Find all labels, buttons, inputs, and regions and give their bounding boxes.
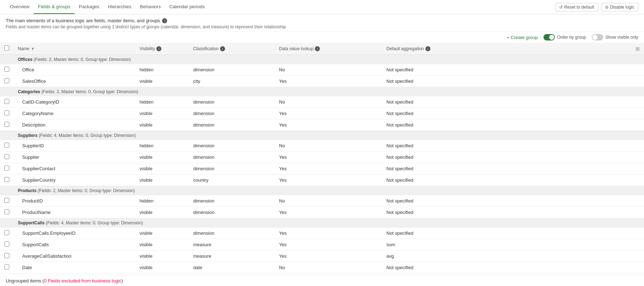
- row-checkbox[interactable]: [4, 198, 9, 203]
- row-classification-cell: dimension: [189, 140, 275, 152]
- group-label-cell: Products (Fields: 2, Master items: 0, Gr…: [14, 186, 644, 196]
- row-checkbox-cell: [0, 207, 14, 218]
- row-name-cell: ProductName: [14, 207, 135, 218]
- row-aggregation-cell: Not specified: [382, 108, 644, 119]
- row-lookup-cell: Yes: [275, 207, 382, 218]
- nav-tab-calendar-periods[interactable]: Calendar periods: [165, 0, 209, 14]
- nav-tab-hierarchies[interactable]: Hierarchies: [104, 0, 136, 14]
- row-aggregation-cell: avg: [382, 251, 644, 262]
- group-label-cell: Categories (Fields: 3, Master items: 0, …: [14, 87, 644, 97]
- row-classification-cell: city: [189, 76, 275, 87]
- row-classification-cell: dimension: [189, 228, 275, 239]
- table-row: ProductName visible dimension Yes Not sp…: [0, 207, 644, 218]
- group-name: SupportCalls: [18, 220, 45, 225]
- row-checkbox[interactable]: [4, 209, 9, 214]
- group-cb-cell: [0, 87, 14, 97]
- table-row: Description visible dimension Yes Not sp…: [0, 119, 644, 131]
- row-name-cell: AverageCallSatisfaction: [14, 251, 135, 262]
- row-visibility-cell: visible: [135, 175, 189, 186]
- disable-logic-button[interactable]: ⊘ Disable logic: [601, 3, 638, 11]
- group-row-categories: Categories (Fields: 3, Master items: 0, …: [0, 87, 644, 97]
- row-visibility-cell: hidden: [135, 140, 189, 152]
- row-checkbox[interactable]: [4, 110, 9, 115]
- row-visibility-cell: visible: [135, 108, 189, 119]
- ungrouped-label: Ungrouped items (: [6, 278, 44, 283]
- header-lookup-label: Data value lookup: [279, 46, 313, 51]
- row-visibility-cell: visible: [135, 251, 189, 262]
- row-checkbox-cell: [0, 152, 14, 163]
- row-aggregation-cell: sum: [382, 239, 644, 251]
- row-checkbox-cell: [0, 76, 14, 87]
- row-aggregation-cell: Not specified: [382, 207, 644, 218]
- row-aggregation-cell: Not specified: [382, 175, 644, 186]
- row-lookup-cell: No: [275, 96, 382, 108]
- row-checkbox-cell: [0, 108, 14, 119]
- row-lookup-cell: No: [275, 140, 382, 152]
- row-lookup-cell: Yes: [275, 152, 382, 163]
- show-visible-only-toggle[interactable]: [592, 34, 603, 40]
- grid-view-icon[interactable]: ⊞: [635, 46, 640, 52]
- nav-tab-fields-groups[interactable]: Fields & groups: [34, 0, 74, 14]
- row-checkbox[interactable]: [4, 253, 9, 258]
- row-checkbox-cell: [0, 163, 14, 175]
- visibility-info-icon[interactable]: i: [156, 46, 161, 51]
- nav-tab-overview[interactable]: Overview: [6, 0, 34, 14]
- header-classification: Classification i: [189, 43, 275, 55]
- table-row: SupportCalls visible measure Yes sum: [0, 239, 644, 251]
- table-row: SupplierContact visible dimension Yes No…: [0, 163, 644, 175]
- select-all-checkbox[interactable]: [4, 46, 9, 51]
- nav-tab-packages[interactable]: Packages: [75, 0, 104, 14]
- row-classification-cell: dimension: [189, 64, 275, 76]
- row-checkbox-cell: [0, 96, 14, 108]
- row-classification-cell: dimension: [189, 119, 275, 131]
- table-row: ProductID hidden dimension No Not specif…: [0, 195, 644, 207]
- row-checkbox-cell: [0, 251, 14, 262]
- create-group-button[interactable]: + Create group: [507, 35, 538, 40]
- row-lookup-cell: Yes: [275, 108, 382, 119]
- row-name-cell: SupportCalls: [14, 239, 135, 251]
- row-checkbox-cell: [0, 140, 14, 152]
- row-checkbox[interactable]: [4, 122, 9, 127]
- row-visibility-cell: hidden: [135, 64, 189, 76]
- header-checkbox-cell: [0, 43, 14, 55]
- show-visible-only-label: Show visible only: [605, 35, 638, 40]
- row-lookup-cell: Yes: [275, 251, 382, 262]
- row-classification-cell: dimension: [189, 96, 275, 108]
- order-by-group-toggle[interactable]: [543, 34, 555, 40]
- show-visible-only-toggle-group: Show visible only: [592, 34, 638, 40]
- row-checkbox[interactable]: [4, 67, 9, 72]
- order-by-group-toggle-group: Order by group: [543, 34, 586, 40]
- group-meta: (Fields: 2, Master items: 0, Group type:…: [38, 188, 135, 193]
- group-row-supportcalls: SupportCalls (Fields: 4, Master items: 0…: [0, 218, 644, 228]
- group-name: Offices: [18, 57, 33, 62]
- row-checkbox[interactable]: [4, 99, 9, 104]
- row-name-cell: SupplierCountry: [14, 175, 135, 186]
- row-checkbox[interactable]: [4, 154, 9, 159]
- group-cb-cell: [0, 131, 14, 140]
- classification-info-icon[interactable]: i: [220, 46, 225, 51]
- row-visibility-cell: visible: [135, 239, 189, 251]
- reset-icon: ↺: [559, 5, 563, 10]
- row-checkbox[interactable]: [4, 177, 9, 182]
- header-classification-label: Classification: [193, 46, 219, 51]
- row-checkbox[interactable]: [4, 166, 9, 171]
- row-name-cell: Office: [14, 64, 135, 76]
- row-name-cell: ProductID: [14, 195, 135, 207]
- row-lookup-cell: Yes: [275, 175, 382, 186]
- row-aggregation-cell: Not specified: [382, 163, 644, 175]
- lookup-info-icon[interactable]: i: [315, 46, 320, 51]
- main-info-icon[interactable]: i: [162, 18, 167, 23]
- reset-to-default-button[interactable]: ↺ Reset to default: [555, 3, 598, 11]
- nav-tabs-left: OverviewFields & groupsPackagesHierarchi…: [6, 0, 209, 14]
- row-checkbox[interactable]: [4, 264, 9, 270]
- row-checkbox[interactable]: [4, 143, 9, 148]
- aggregation-info-icon[interactable]: i: [425, 46, 430, 51]
- row-lookup-cell: Yes: [275, 239, 382, 251]
- filter-icon[interactable]: ▼: [31, 47, 35, 51]
- nav-tab-behaviors[interactable]: Behaviors: [136, 0, 165, 14]
- row-checkbox[interactable]: [4, 78, 9, 83]
- header-aggregation-label: Default aggregation: [386, 46, 424, 51]
- row-checkbox[interactable]: [4, 230, 9, 235]
- row-lookup-cell: Yes: [275, 76, 382, 87]
- row-checkbox[interactable]: [4, 242, 9, 247]
